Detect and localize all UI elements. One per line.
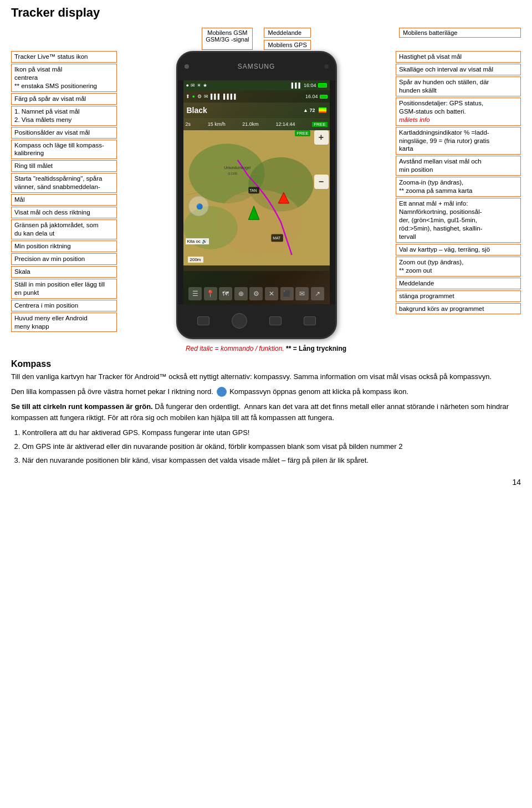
map-area: ⬆ ● ⚙ ✉ ▌▌▌ ▌▌▌▌ 16.04 (183, 90, 330, 304)
gsm-label: Mobilens GSM GSM/3G -signal (202, 28, 253, 50)
scale-bar: 200m (188, 257, 203, 263)
label-mal: Mål (11, 194, 117, 206)
label-ring: Ring till målet (11, 160, 117, 172)
phone-top-bar: SAMSUNG (178, 53, 335, 80)
compass-icon (217, 387, 227, 397)
phone-screen: ●✉☀★ ▌▌▌ 16:04 ⬆ (183, 80, 330, 304)
label-farg-spar: Färg på spår av visat mål (11, 93, 117, 105)
share-icon[interactable]: ↗ (311, 287, 324, 300)
label-kartladdning: Kartladdningsindikator % =ladd-ningsläge… (396, 127, 521, 155)
mobilens-batteri-label: Mobilens batteriläge (399, 28, 521, 38)
kita-label: Kita oc 🔊 (186, 238, 209, 244)
legend-italic: Red italic = kommando / funktion. (186, 345, 284, 352)
label-stanga: stänga programmet (396, 290, 521, 302)
kompass-section: Kompass Till den vanliga kartvyn har Tra… (11, 359, 521, 467)
samsung-logo: SAMSUNG (238, 63, 275, 70)
label-centrera: Centrera i min position (11, 300, 117, 311)
label-namnet: 1. Namnet på visat mål2. Visa målets men… (11, 106, 117, 126)
label-skala: Skala (11, 266, 117, 278)
kompass-list: Kontrollera att du har aktiverad GPS. Ko… (22, 427, 521, 466)
label-annat-mal: Ett annat mål + mål info:Namnförkortning… (396, 198, 521, 243)
label-kompass: Kompass och läge till kompass-kalibrerin… (11, 140, 117, 160)
settings-icon-btn[interactable]: ⚙ (249, 287, 263, 300)
svg-text:🔵: 🔵 (196, 203, 203, 210)
close-icon[interactable]: ✕ (265, 287, 278, 300)
kompass-list-item-2: Om GPS inte är aktiverad eller din nuvar… (22, 441, 521, 453)
svg-text:Umundumkogel: Umundumkogel (224, 166, 250, 170)
left-labels-column: Tracker Live™ status ikon Ikon på visat … (11, 51, 119, 339)
back-button[interactable] (197, 316, 209, 325)
right-labels-column: Hastighet på visat mål Skalläge och inte… (393, 51, 521, 339)
label-zooma-in: Zooma-in (typ ändras),** zooma på samma … (396, 177, 521, 197)
info-bar: 2s 15 km/h 21.0km 12:14:44 FREE (183, 118, 330, 130)
label-bakgrund: bakgrund körs av programmet (396, 303, 521, 315)
label-gransen: Gränsen på jaktområdet, somdu kan dela u… (11, 219, 117, 239)
kompass-list-item-1: Kontrollera att du har aktiverad GPS. Ko… (22, 427, 521, 439)
label-positionsalder: Positionsålder av visat mål (11, 127, 117, 139)
free-badge: FREE (295, 130, 310, 136)
label-meddelande: Meddelande (396, 278, 521, 289)
meddelande-label: Meddelande (264, 28, 310, 38)
label-ikon-mal: Ikon på visat målcentrera** enstaka SMS … (11, 64, 117, 92)
phone-bottom-bar (178, 304, 335, 337)
svg-text:MAT: MAT (273, 236, 281, 240)
label-visat-mal: Visat mål och dess riktning (11, 207, 117, 218)
label-tracker-live: Tracker Live™ status ikon (11, 51, 117, 63)
svg-text:TAN: TAN (249, 188, 257, 192)
target-stats: ▲ 72 (303, 108, 326, 113)
label-positionsdetaljer: Positionsdetaljer: GPS status,GSM-status… (396, 98, 521, 126)
message-icon[interactable]: ✉ (295, 287, 309, 300)
right-buttons: + − (314, 130, 329, 189)
phone-frame: SAMSUNG ●✉☀★ ▌▌▌ 16:04 (176, 51, 337, 339)
legend-note: Red italic = kommando / funktion. ** = L… (11, 345, 521, 352)
menu-button[interactable] (269, 316, 282, 325)
legend-bold: ** = Lång tryckning (286, 345, 346, 352)
search-button[interactable] (304, 316, 316, 325)
phone-device: SAMSUNG ●✉☀★ ▌▌▌ 16:04 (176, 51, 337, 339)
menu-icon[interactable]: ☰ (188, 287, 202, 300)
label-avstand: Avstånd mellan visat mål ochmin position (396, 156, 521, 176)
center-icon[interactable]: ⊕ (234, 287, 248, 300)
background-icon[interactable]: ⬛ (280, 287, 294, 300)
kompass-para-3: Se till att cirkeln runt kompassen är gr… (11, 401, 521, 425)
label-stall-in: Ställ in min position eller lägg tillen … (11, 279, 117, 299)
page-number: 14 (11, 478, 521, 487)
target-name: Black (187, 106, 304, 115)
map-svg: Umundumkogel (1119) MAT TAN 🔵 (183, 130, 330, 271)
label-hastighet: Hastighet på visat mål (396, 51, 521, 63)
svg-text:(1119): (1119) (228, 172, 237, 175)
label-val-karttyp: Val av karttyp – väg, terräng, sjö (396, 244, 521, 255)
label-huvud-meny: Huvud meny eller Androidmeny knapp (11, 313, 117, 333)
app-top-bar: ⬆ ● ⚙ ✉ ▌▌▌ ▌▌▌▌ 16.04 (183, 90, 330, 103)
home-button[interactable] (232, 313, 247, 329)
kompass-para-1: Till den vanliga kartvyn har Tracker för… (11, 371, 521, 383)
kompass-para-2: Den lilla kompassen på övre västra horne… (11, 386, 521, 398)
bottom-icons-row: ☰ 📍 🗺 ⊕ ⚙ ✕ ⬛ ✉ ↗ (183, 285, 330, 302)
label-starta: Starta "realtidsspårning", spåravänner, … (11, 173, 117, 193)
zoom-in-button[interactable]: + (314, 130, 329, 145)
location-icon[interactable]: 📍 (204, 287, 217, 300)
label-min-pos-riktning: Min position riktning (11, 241, 117, 252)
status-bar: ●✉☀★ ▌▌▌ 16:04 (183, 80, 330, 90)
kompass-title: Kompass (11, 359, 521, 369)
target-bar: Black ▲ 72 (183, 103, 330, 118)
layers-icon[interactable]: 🗺 (219, 287, 232, 300)
battery-indicator (318, 83, 327, 88)
bottom-controls: ☰ 📍 🗺 ⊕ ⚙ ✕ ⬛ ✉ ↗ (183, 265, 330, 304)
page-title: Tracker display (11, 6, 521, 20)
label-spar-hunden: Spår av hunden och ställen, därhunden sk… (396, 76, 521, 96)
label-skallaege: Skalläge och interval av visat mål (396, 64, 521, 75)
mobilens-gps-label: Mobilens GPS (264, 40, 310, 50)
kompass-list-item-3: När den nuvarande positionen blir känd, … (22, 455, 521, 467)
label-precision: Precision av min position (11, 253, 117, 265)
label-zoom-out: Zoom out (typ ändras),** zoom out (396, 257, 521, 277)
zoom-out-button[interactable]: − (314, 175, 329, 189)
